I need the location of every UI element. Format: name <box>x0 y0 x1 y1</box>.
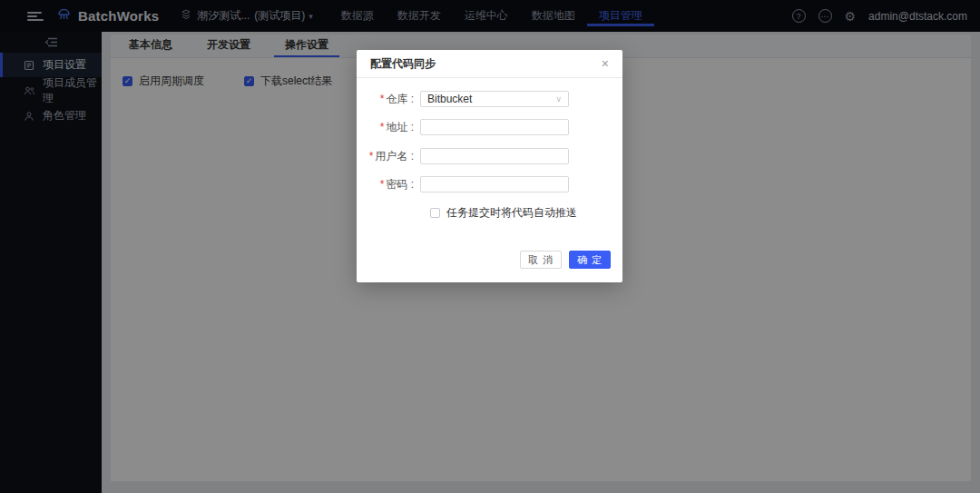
repo-select-value: Bitbucket <box>427 93 472 105</box>
modal-footer: 取 消 确 定 <box>357 246 622 282</box>
modal-header: 配置代码同步 × <box>357 50 622 78</box>
close-icon[interactable]: × <box>602 57 609 70</box>
form-row-address: *地址 : <box>357 119 622 135</box>
form-row-password: *密码 : <box>357 176 622 192</box>
required-mark: * <box>380 121 385 133</box>
password-input[interactable] <box>420 176 569 192</box>
form-row-repo: *仓库 : Bitbucket ∨ <box>357 91 622 107</box>
required-mark: * <box>369 150 374 163</box>
form-row-username: *用户名 : <box>357 148 622 164</box>
password-label: *密码 : <box>357 177 420 192</box>
checkbox-unchecked-icon[interactable] <box>430 208 440 218</box>
required-mark: * <box>380 178 385 191</box>
code-sync-modal: 配置代码同步 × *仓库 : Bitbucket ∨ *地址 : *用户名 : … <box>357 50 622 282</box>
username-label: *用户名 : <box>357 149 420 164</box>
modal-title: 配置代码同步 <box>370 56 436 72</box>
confirm-button[interactable]: 确 定 <box>569 251 611 269</box>
auto-push-checkbox-row[interactable]: 任务提交时将代码自动推送 <box>430 205 577 221</box>
username-input[interactable] <box>420 148 569 164</box>
repo-label: *仓库 : <box>357 92 420 107</box>
modal-body: *仓库 : Bitbucket ∨ *地址 : *用户名 : *密码 : 任 <box>357 78 622 246</box>
auto-push-label: 任务提交时将代码自动推送 <box>446 205 577 221</box>
cancel-button[interactable]: 取 消 <box>520 251 562 269</box>
app-screen: BatchWorks 潮汐测试... (测试项目) ▾ 数据源 数据开发 运维中… <box>0 0 980 493</box>
repo-select[interactable]: Bitbucket ∨ <box>420 91 569 107</box>
chevron-down-icon: ∨ <box>555 94 562 104</box>
required-mark: * <box>380 93 385 105</box>
address-input[interactable] <box>420 119 569 135</box>
address-label: *地址 : <box>357 120 420 135</box>
